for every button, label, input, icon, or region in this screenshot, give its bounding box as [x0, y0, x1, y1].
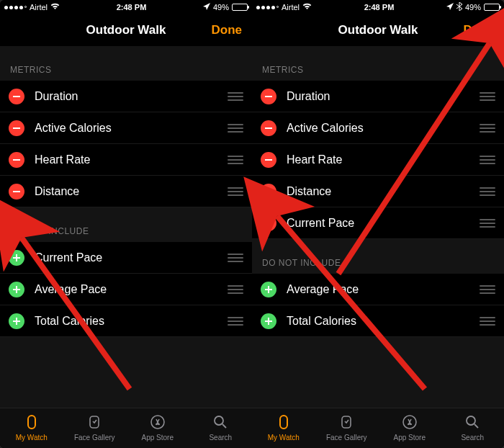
metric-label: Average Pace	[35, 283, 228, 296]
watchface-icon	[338, 413, 355, 432]
page-title: Outdoor Walk	[86, 23, 166, 37]
add-icon[interactable]	[9, 282, 24, 297]
add-icon[interactable]	[261, 282, 276, 297]
remove-icon[interactable]	[261, 215, 276, 231]
table-row[interactable]: Duration	[252, 81, 504, 112]
drag-handle-icon[interactable]	[480, 219, 495, 228]
remove-icon[interactable]	[9, 152, 24, 168]
status-bar: Airtel 2:48 PM 49%	[0, 0, 252, 14]
tab-bar: My Watch Face Gallery App Store Search	[0, 408, 252, 448]
remove-icon[interactable]	[261, 152, 276, 168]
table-row[interactable]: Active Calories	[252, 112, 504, 144]
battery-pct: 49%	[465, 3, 481, 12]
table-row[interactable]: Total Calories	[0, 305, 252, 337]
metric-label: Active Calories	[287, 122, 480, 135]
tab-label: Face Gallery	[326, 434, 367, 442]
drag-handle-icon[interactable]	[228, 92, 243, 101]
add-icon[interactable]	[261, 313, 276, 329]
table-row[interactable]: Heart Rate	[252, 144, 504, 176]
carrier-label: Airtel	[30, 3, 48, 12]
location-icon	[446, 3, 454, 12]
drag-handle-icon[interactable]	[228, 285, 243, 294]
metric-label: Total Calories	[35, 315, 228, 328]
drag-handle-icon[interactable]	[228, 317, 243, 326]
drag-handle-icon[interactable]	[480, 285, 495, 294]
screen-right: Airtel 2:48 PM 49% Outdoor Walk Done MET…	[252, 0, 504, 448]
table-row[interactable]: Current Pace	[0, 242, 252, 274]
tab-search[interactable]: Search	[441, 413, 505, 442]
tab-label: Face Gallery	[74, 434, 115, 442]
drag-handle-icon[interactable]	[228, 156, 243, 164]
done-button[interactable]: Done	[212, 14, 243, 46]
section-header-metrics: METRICS	[0, 46, 252, 81]
table-row[interactable]: Duration	[0, 81, 252, 112]
nav-bar: Outdoor Walk Done	[252, 14, 504, 46]
remove-icon[interactable]	[261, 89, 276, 104]
tab-face-gallery[interactable]: Face Gallery	[63, 413, 127, 442]
svg-point-8	[467, 416, 475, 425]
signal-dots-icon	[4, 6, 27, 9]
table-row[interactable]: Distance	[252, 176, 504, 207]
signal-dots-icon	[256, 6, 279, 9]
exclude-list: Average Pace Total Calories	[252, 274, 504, 337]
watch-icon	[23, 413, 40, 432]
drag-handle-icon[interactable]	[480, 156, 495, 164]
drag-handle-icon[interactable]	[228, 254, 243, 262]
remove-icon[interactable]	[9, 89, 24, 104]
metric-label: Total Calories	[287, 315, 480, 328]
battery-pct: 49%	[213, 3, 229, 12]
remove-icon[interactable]	[261, 120, 276, 136]
tab-label: Search	[209, 434, 232, 442]
done-button[interactable]: Done	[464, 14, 495, 46]
tab-app-store[interactable]: App Store	[378, 413, 441, 442]
svg-point-3	[215, 416, 223, 425]
table-row[interactable]: Distance	[0, 176, 252, 207]
section-header-exclude: DO NOT INCLUDE	[0, 207, 252, 242]
drag-handle-icon[interactable]	[480, 124, 495, 133]
remove-icon[interactable]	[9, 120, 24, 136]
search-icon	[212, 413, 229, 432]
add-icon[interactable]	[9, 313, 24, 329]
tab-label: Search	[461, 434, 484, 442]
add-icon[interactable]	[9, 250, 24, 266]
drag-handle-icon[interactable]	[480, 187, 495, 196]
metric-label: Heart Rate	[35, 153, 228, 166]
table-row[interactable]: Total Calories	[252, 305, 504, 337]
remove-icon[interactable]	[9, 184, 24, 200]
metric-label: Average Pace	[287, 283, 480, 296]
svg-line-9	[474, 424, 478, 428]
drag-handle-icon[interactable]	[228, 124, 243, 133]
remove-icon[interactable]	[261, 184, 276, 200]
wifi-icon	[50, 3, 60, 12]
tab-my-watch[interactable]: My Watch	[252, 413, 315, 442]
watchface-icon	[86, 413, 103, 432]
tab-bar: My Watch Face Gallery App Store Search	[252, 408, 504, 448]
section-header-exclude: DO NOT INCLUDE	[252, 239, 504, 274]
table-row[interactable]: Average Pace	[0, 274, 252, 305]
empty-space	[0, 337, 252, 408]
search-icon	[464, 413, 481, 432]
battery-icon	[232, 4, 248, 11]
metric-label: Heart Rate	[287, 153, 480, 166]
tab-face-gallery[interactable]: Face Gallery	[315, 413, 379, 442]
tab-my-watch[interactable]: My Watch	[0, 413, 63, 442]
bluetooth-icon	[456, 2, 462, 12]
nav-bar: Outdoor Walk Done	[0, 14, 252, 46]
table-row[interactable]: Current Pace	[252, 207, 504, 239]
page-title: Outdoor Walk	[338, 23, 418, 37]
location-icon	[203, 3, 210, 12]
tab-label: My Watch	[16, 434, 48, 442]
tab-search[interactable]: Search	[189, 413, 253, 442]
table-row[interactable]: Average Pace	[252, 274, 504, 305]
watch-icon	[275, 413, 292, 432]
drag-handle-icon[interactable]	[480, 92, 495, 101]
drag-handle-icon[interactable]	[480, 317, 495, 326]
table-row[interactable]: Heart Rate	[0, 144, 252, 176]
tab-label: App Store	[394, 434, 426, 442]
appstore-icon	[149, 413, 166, 432]
tab-app-store[interactable]: App Store	[126, 413, 189, 442]
drag-handle-icon[interactable]	[228, 187, 243, 196]
table-row[interactable]: Active Calories	[0, 112, 252, 144]
metric-label: Duration	[35, 90, 228, 103]
exclude-list: Current Pace Average Pace Total Calories	[0, 242, 252, 337]
